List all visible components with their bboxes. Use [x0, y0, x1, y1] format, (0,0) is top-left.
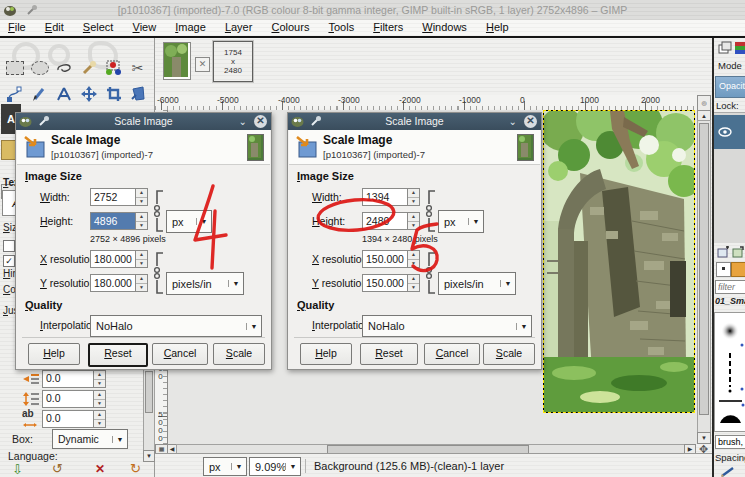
indent-spinbox[interactable]: 0.0 ▲▼: [42, 370, 106, 388]
delete-preset-icon[interactable]: ✕: [95, 462, 105, 476]
spinner-arrows[interactable]: ▲▼: [135, 213, 147, 229]
window-titlebar[interactable]: [p1010367] (imported)-7.0 (RGB colour 8-…: [0, 0, 745, 20]
brush-name-input[interactable]: [715, 435, 745, 449]
crop-tool-icon[interactable]: [103, 84, 124, 104]
chain-link-icon[interactable]: [152, 252, 164, 294]
select-by-colour-tool-icon[interactable]: [103, 58, 124, 78]
scale-button[interactable]: Scale: [483, 343, 535, 365]
reset-button[interactable]: Reset: [360, 343, 418, 365]
zoom-dropdown[interactable]: 9.09% ▼: [249, 457, 301, 476]
layers-tab-icon[interactable]: [718, 41, 732, 54]
spinner-arrows[interactable]: ▲▼: [407, 251, 419, 267]
width-spinbox[interactable]: 2752 ▲▼: [90, 188, 148, 206]
box-dropdown[interactable]: Dynamic ▼: [52, 429, 128, 449]
x-resolution-spinbox[interactable]: 150.000 ▲▼: [362, 250, 420, 268]
chevron-down-icon[interactable]: ⌄: [509, 113, 517, 130]
pin-icon[interactable]: [38, 115, 50, 127]
spinner-arrows[interactable]: ▲▼: [407, 275, 419, 291]
image-tab-inactive[interactable]: 1754 x 2480: [213, 41, 253, 82]
help-button[interactable]: Help: [300, 343, 352, 365]
layer-row-selected[interactable]: [714, 115, 745, 149]
spinner-arrows[interactable]: ▲▼: [135, 251, 147, 267]
pin-icon[interactable]: [310, 115, 322, 127]
vertical-scrollbar[interactable]: [697, 120, 711, 434]
brush-filter-input[interactable]: [715, 280, 745, 294]
chain-link-icon[interactable]: [152, 190, 164, 232]
brush-list[interactable]: [714, 312, 745, 432]
close-icon[interactable]: ✕: [254, 115, 267, 128]
channels-tab-icon[interactable]: [734, 41, 745, 54]
scroll-down-icon[interactable]: ▼: [143, 450, 155, 462]
interpolation-dropdown[interactable]: NoHalo ▼: [90, 315, 262, 337]
menu-select[interactable]: Select: [75, 20, 122, 35]
width-spinbox[interactable]: 1394 ▲▼: [362, 188, 420, 206]
dialog-titlebar[interactable]: Scale Image ⌄ ✕: [16, 113, 271, 130]
zoom-follow-icon[interactable]: ◎: [697, 95, 711, 111]
image-layer[interactable]: [543, 110, 695, 413]
pin-icon[interactable]: [26, 4, 38, 16]
y-resolution-spinbox[interactable]: 180.000 ▲▼: [90, 274, 148, 292]
raise-layer-icon[interactable]: [732, 246, 745, 258]
menu-image[interactable]: Image: [167, 20, 214, 35]
chain-link-icon[interactable]: [424, 252, 436, 294]
unit-dropdown[interactable]: px ▼: [166, 210, 212, 233]
scale-button[interactable]: Scale: [213, 343, 265, 365]
resolution-unit-dropdown[interactable]: pixels/in ▼: [166, 272, 244, 295]
spinner-arrows[interactable]: ▲▼: [93, 391, 105, 407]
menu-file[interactable]: File: [0, 20, 34, 35]
visibility-eye-icon[interactable]: [718, 127, 732, 137]
spinner-arrows[interactable]: ▲▼: [93, 411, 105, 427]
ellipse-select-tool-icon[interactable]: [29, 58, 50, 78]
checkbox-checked[interactable]: ✓: [3, 255, 15, 267]
new-layer-icon[interactable]: [717, 246, 730, 258]
menu-help[interactable]: Help: [478, 20, 517, 35]
close-icon[interactable]: ✕: [524, 115, 537, 128]
height-spinbox[interactable]: 4896 ▲▼: [90, 212, 148, 230]
rectangle-select-tool-icon[interactable]: [4, 58, 25, 78]
free-select-tool-icon[interactable]: [53, 58, 74, 78]
menu-layer[interactable]: Layer: [217, 20, 261, 35]
paintbrush-tool-icon[interactable]: [29, 84, 50, 104]
layer-list[interactable]: [714, 112, 745, 243]
cancel-button[interactable]: Cancel: [424, 343, 480, 365]
restore-preset-icon[interactable]: ↺: [52, 461, 63, 476]
close-tab-icon[interactable]: ✕: [195, 57, 210, 72]
spinner-arrows[interactable]: ▲▼: [407, 213, 419, 229]
letter-spacing-spinbox[interactable]: 0.0 ▲▼: [42, 410, 106, 428]
menu-edit[interactable]: Edit: [37, 20, 72, 35]
menu-colours[interactable]: Colours: [263, 20, 317, 35]
y-resolution-spinbox[interactable]: 150.000 ▲▼: [362, 274, 420, 292]
image-tab-active[interactable]: [163, 42, 191, 80]
tool-options-scrollbar[interactable]: [143, 368, 155, 462]
menu-windows[interactable]: Windows: [414, 20, 475, 35]
patterns-tab-icon[interactable]: [731, 262, 745, 277]
spinner-arrows[interactable]: ▲▼: [93, 371, 105, 387]
dialog-titlebar[interactable]: Scale Image ⌄ ✕: [288, 113, 541, 130]
spinner-arrows[interactable]: ▲▼: [135, 189, 147, 205]
brushes-tab-icon[interactable]: [716, 262, 731, 277]
height-spinbox[interactable]: 2480 ▲▼: [362, 212, 420, 230]
save-preset-icon[interactable]: ⇩: [12, 462, 23, 477]
help-button[interactable]: Help: [28, 343, 80, 365]
checkbox-unchecked[interactable]: [3, 240, 15, 252]
scissors-select-tool-icon[interactable]: ✂: [127, 58, 148, 78]
cancel-button[interactable]: Cancel: [152, 343, 208, 365]
unit-dropdown[interactable]: px ▼: [203, 457, 247, 476]
chevron-down-icon[interactable]: ⌄: [239, 113, 247, 130]
perspective-tool-icon[interactable]: [127, 84, 148, 104]
move-tool-icon[interactable]: [78, 84, 99, 104]
menu-view[interactable]: View: [125, 20, 165, 35]
menu-filters[interactable]: Filters: [365, 20, 411, 35]
resolution-unit-dropdown[interactable]: pixels/in ▼: [438, 272, 516, 295]
menu-tools[interactable]: Tools: [320, 20, 362, 35]
chain-link-icon[interactable]: [424, 190, 436, 232]
line-spacing-spinbox[interactable]: 0.0 ▲▼: [42, 390, 106, 408]
measure-tool-icon[interactable]: [53, 84, 74, 104]
fuzzy-select-tool-icon[interactable]: [78, 58, 99, 78]
pencil-icon[interactable]: [720, 466, 736, 477]
reset-button[interactable]: Reset: [88, 343, 148, 367]
spinner-arrows[interactable]: ▲▼: [135, 275, 147, 291]
unit-dropdown[interactable]: px ▼: [438, 210, 484, 233]
interpolation-dropdown[interactable]: NoHalo ▼: [362, 315, 532, 337]
reset-tool-icon[interactable]: ↻: [130, 461, 141, 476]
